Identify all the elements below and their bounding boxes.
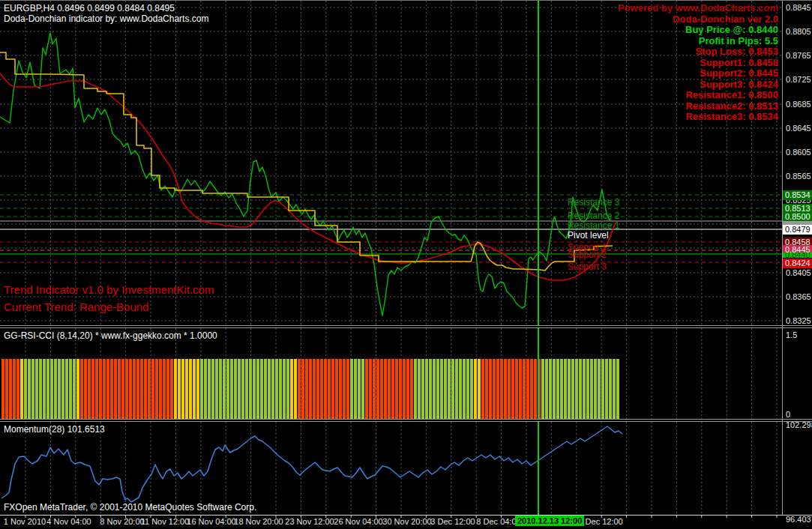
gg-bar-buy: [238, 359, 241, 419]
doda-donchian-signal-overlay: Powered by www.DodaCharts.comDoda-Donchi…: [618, 3, 778, 123]
gg-bar-sell: [410, 359, 413, 419]
gg-bar-buy: [283, 359, 286, 419]
signal-line-7: Support3: 0.8424: [618, 79, 778, 91]
gg-bar-buy: [568, 359, 571, 419]
gg-bar-sell: [301, 359, 304, 419]
gg-bar-neutral: [196, 359, 199, 419]
gg-bar-buy: [583, 359, 586, 419]
gg-bar-buy: [260, 359, 263, 419]
date-tick-label: 11 Nov 12:00: [141, 517, 190, 526]
gg-bar-sell: [504, 359, 507, 419]
gg-bar-sell: [144, 359, 147, 419]
gg-bar-buy: [586, 359, 589, 419]
gg-bar-buy: [361, 359, 364, 419]
gg-bar-buy: [556, 359, 559, 419]
gg-bar-buy: [553, 359, 556, 419]
gg-bar-sell: [16, 359, 19, 419]
gg-bar-buy: [286, 359, 289, 419]
gg-bar-buy: [440, 359, 443, 419]
gg-bar-sell: [508, 359, 511, 419]
signal-line-0: Powered by www.DodaCharts.com: [618, 3, 778, 14]
date-tick-label: 23 Nov 12:00: [285, 517, 334, 526]
gg-bar-sell: [380, 359, 383, 419]
level-label: Support 2: [568, 250, 607, 260]
gg-bar-sell: [523, 359, 526, 419]
price-tick-label: 0.8645: [786, 124, 811, 133]
gg-bar-sell: [324, 359, 327, 419]
gg-bar-sell: [148, 359, 151, 419]
gg-rsi-cci-panel-chart[interactable]: [0, 328, 782, 419]
gg-bar-sell: [346, 359, 349, 419]
gg-bar-buy: [418, 359, 421, 419]
gg-bar-neutral: [474, 359, 477, 419]
gg-bar-buy: [463, 359, 466, 419]
gg-bar-buy: [279, 359, 282, 419]
level-label: Resistance 1: [568, 220, 619, 231]
gg-bar-sell: [320, 359, 323, 419]
gg-bar-sell: [376, 359, 379, 419]
signal-line-1: Doda-Donchian ver 2.0: [618, 14, 778, 25]
date-tick-label: 26 Nov 04:00: [334, 517, 382, 526]
gg-bar-buy: [571, 359, 574, 419]
signal-line-4: Stop Loss: 0.8453: [618, 46, 778, 58]
gg-bar-sell: [91, 359, 94, 419]
price-tick-label: 0.8405: [786, 268, 811, 277]
gg-bar-sell: [5, 359, 8, 419]
price-tick-label: 0.8605: [786, 148, 811, 157]
price-tick-label: 0.8765: [786, 51, 811, 60]
price-level-badge: 0.8440: [783, 253, 812, 258]
momentum-line: [1, 426, 622, 502]
price-level-badge: 0.8479: [783, 225, 812, 235]
gg-bar-buy: [414, 359, 417, 419]
gg-bar-buy: [564, 359, 567, 419]
gg-bar-sell: [133, 359, 136, 419]
gg-bar-sell: [1, 359, 4, 419]
gg-bar-buy: [350, 359, 353, 419]
gg-bar-buy: [560, 359, 563, 419]
gg-bar-neutral: [178, 359, 181, 419]
momentum-title: Momentum(28) 101.6513: [4, 424, 105, 435]
gg-bar-neutral: [20, 359, 23, 419]
gg-bar-buy: [436, 359, 439, 419]
gg-bar-sell: [328, 359, 331, 419]
gg-bar-buy: [226, 359, 229, 419]
level-label: Pivot level: [568, 230, 609, 241]
gg-bar-sell: [384, 359, 387, 419]
gg-bar-buy: [459, 359, 462, 419]
date-tick-label: 4 Nov 04:00: [46, 517, 91, 526]
current-trend-label: Current Trend: Range-Bound: [4, 300, 148, 313]
gg-bar-buy: [354, 359, 357, 419]
gg-bar-buy: [58, 359, 61, 419]
gg-bar-sell: [106, 359, 109, 419]
gg-bar-sell: [129, 359, 132, 419]
gg-bar-buy: [39, 359, 42, 419]
gg-bar-sell: [136, 359, 139, 419]
gg-bar-sell: [500, 359, 503, 419]
selected-date-badge[interactable]: 2010.12.13 12:00: [515, 516, 584, 526]
gg-bar-buy: [275, 359, 278, 419]
gg-bar-sell: [530, 359, 533, 419]
gg-bar-buy: [466, 359, 469, 419]
gg-bar-buy: [211, 359, 214, 419]
gg-bar-sell: [489, 359, 492, 419]
gg-bar-buy: [421, 359, 424, 419]
gg-bar-sell: [395, 359, 398, 419]
level-label: Resistance 3: [568, 197, 619, 208]
panel-separator[interactable]: [0, 325, 812, 328]
price-tick-label: 0.8565: [786, 172, 811, 181]
gg-bar-sell: [515, 359, 518, 419]
gg-bar-buy: [425, 359, 428, 419]
gg-bar-sell: [496, 359, 499, 419]
gg-bar-sell: [388, 359, 391, 419]
gg-bar-sell: [534, 359, 537, 419]
price-tick-label: 0.8685: [786, 100, 811, 109]
gg-bar-neutral: [294, 359, 297, 419]
gg-bar-sell: [95, 359, 98, 419]
momentum-panel-chart[interactable]: [0, 422, 782, 515]
panel-separator[interactable]: [0, 419, 812, 422]
gg-bar-sell: [365, 359, 368, 419]
gg-bar-buy: [594, 359, 597, 419]
gg-bar-buy: [601, 359, 604, 419]
gg-bar-buy: [575, 359, 578, 419]
gg-bar-sell: [406, 359, 409, 419]
